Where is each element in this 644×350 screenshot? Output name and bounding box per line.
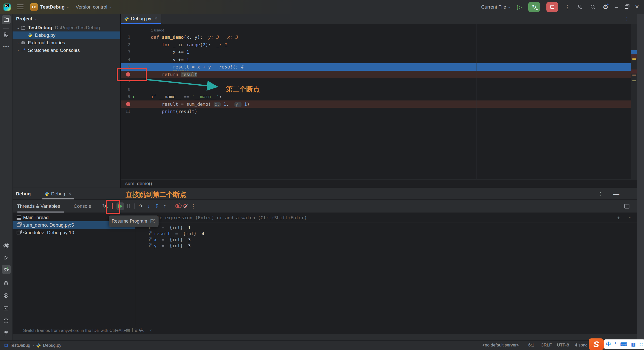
code-line-1[interactable]: 1def sum_demo(x, y): y: 3 x: 3 (121, 33, 631, 41)
code-line-5[interactable]: 5 result = x + y result: 4 (121, 63, 631, 71)
status-line-ending[interactable]: CRLF (541, 340, 552, 350)
python-console-tool-icon[interactable] (3, 293, 9, 298)
run-configuration-selector[interactable]: Current File ⌄ (481, 4, 511, 10)
pause-program-icon[interactable] (124, 204, 132, 208)
tab-threads-variables[interactable]: Threads & Variables (14, 203, 63, 209)
tree-item-testdebug[interactable]: ⌄TestDebugD:\Project\TestDebug (13, 24, 120, 31)
variable-row-y[interactable]: 1001y = {int} 3 (135, 242, 637, 249)
view-breakpoints-icon[interactable] (173, 203, 181, 209)
code-line-11[interactable]: 11 print(result) (121, 108, 631, 115)
ime-icon-0[interactable]: 中 (606, 341, 611, 347)
usage-hint[interactable]: 1 usage (151, 27, 631, 33)
status-file[interactable]: Debug.py (43, 343, 61, 348)
code-editor[interactable]: 1 usage1def sum_demo(x, y): y: 3 x: 32 f… (121, 24, 631, 179)
step-out-icon[interactable]: ↑ (161, 203, 169, 209)
mute-breakpoints-icon[interactable] (181, 203, 189, 209)
status-caret-position[interactable]: 6:1 (528, 340, 534, 350)
chevron-collapsed-icon[interactable]: › (16, 41, 21, 45)
python-packages-tool-icon[interactable] (3, 242, 9, 249)
run-button[interactable]: ▷ (517, 4, 522, 11)
debug-session-tab[interactable]: Debug ✕ (42, 188, 74, 199)
stripe-mark-warning (632, 58, 636, 60)
rerun-debug-button[interactable]: ↻ (528, 2, 540, 12)
annotation-arrow (121, 71, 226, 98)
chevron-down-icon[interactable]: ⌄ (629, 215, 631, 221)
ime-icon-1[interactable]: ❜ (615, 341, 616, 347)
window-restore-button[interactable] (625, 5, 628, 9)
more-tools-icon[interactable]: ••• (0, 44, 13, 49)
add-watch-icon[interactable]: + (617, 215, 620, 221)
python-file-icon (36, 343, 41, 348)
git-tool-icon[interactable] (3, 331, 9, 337)
evaluate-expression-input[interactable]: Evaluate expression (Enter) or add a wat… (135, 213, 637, 223)
code-line-10[interactable]: result = sum_demo( x: 1, y: 1) (121, 100, 631, 108)
ime-icon-2[interactable]: ⌨ (620, 341, 627, 347)
terminal-tool-icon[interactable] (3, 305, 9, 311)
ime-icon-3[interactable]: ▥ (631, 341, 636, 347)
code-line-3[interactable]: 3 x += 1 (121, 48, 631, 56)
chevron-expanded-icon[interactable]: ⌄ (16, 26, 21, 30)
add-user-icon[interactable] (577, 4, 583, 10)
search-icon[interactable] (590, 4, 596, 10)
token-txt: (x, y): (184, 34, 203, 40)
token-txt: = x + y (189, 64, 211, 69)
window-minimize-button[interactable]: – (615, 4, 618, 11)
hide-panel-icon[interactable]: — (613, 190, 619, 197)
sogou-logo-icon[interactable]: S (589, 338, 604, 350)
code-line-4[interactable]: 4 y += 1 (121, 56, 631, 63)
close-icon[interactable]: ✕ (68, 191, 71, 196)
code-line-2[interactable]: 2 for _ in range(2): _: 1 (121, 41, 631, 49)
tree-item-debug-py[interactable]: Debug.py (13, 31, 120, 39)
breakpoint-icon[interactable] (126, 102, 130, 106)
stack-frame-row[interactable]: <module>, Debug.py:10 (13, 229, 135, 236)
project-selector[interactable]: TD TestDebug ⌄ (30, 3, 69, 11)
editor-tab-debug-py[interactable]: Debug.py ✕ (121, 14, 161, 24)
tree-item-external-libraries[interactable]: ›External Libraries (13, 39, 120, 47)
debug-tool-icon[interactable] (3, 266, 9, 272)
stop-button[interactable] (546, 2, 558, 12)
structure-tool-icon[interactable] (3, 32, 9, 38)
left-tool-stripe: ••• (0, 14, 13, 340)
problems-tool-icon[interactable] (3, 318, 9, 324)
chevron-collapsed-icon[interactable]: › (16, 48, 21, 52)
more-actions-icon[interactable]: ⋮ (565, 4, 570, 10)
step-over-icon[interactable]: ↷ (137, 203, 145, 209)
token-kw: for (162, 42, 170, 47)
variable-row-x[interactable]: 1001x = {int} 3 (135, 236, 637, 242)
run-tool-icon[interactable] (3, 255, 9, 261)
status-server[interactable]: <no default server> (482, 340, 519, 350)
panel-divider[interactable] (135, 213, 135, 334)
editor-scroll-column[interactable] (631, 24, 637, 179)
var-eq: = (173, 231, 181, 236)
step-into-icon[interactable]: ↓ (145, 203, 153, 209)
close-icon[interactable]: ✕ (154, 16, 157, 21)
status-project[interactable]: TestDebug (10, 343, 30, 348)
variable-row-result[interactable]: 1001result = {int} 4 (135, 230, 637, 236)
settings-gear-icon[interactable]: ⚙ (603, 4, 608, 11)
chevron-down-icon[interactable]: ⌄ (34, 17, 37, 21)
token-txt: , (226, 101, 234, 107)
tree-item-label: Debug.py (35, 32, 55, 38)
token-num: 1 (186, 49, 189, 55)
variable-row-_[interactable]: 1001_ = {int} 1 (135, 224, 637, 230)
version-control-menu[interactable]: Version control ⌄ (76, 4, 112, 10)
window-close-button[interactable]: × (635, 3, 639, 11)
var-val: 3 (188, 243, 191, 248)
hint-close-icon[interactable]: × (150, 328, 152, 333)
main-menu-icon[interactable] (17, 5, 24, 9)
int-variable-icon: 1001 (149, 243, 152, 248)
services-tool-icon[interactable] (3, 280, 9, 286)
line-number: 11 (121, 108, 130, 115)
ime-icon-4[interactable]: ∷ (639, 341, 642, 347)
status-indent[interactable]: 4 spac (575, 340, 587, 350)
tab-console[interactable]: Console (71, 203, 94, 209)
status-encoding[interactable]: UTF-8 (557, 340, 569, 350)
breadcrumb[interactable]: sum_demo() (125, 181, 152, 186)
layout-settings-icon[interactable] (624, 204, 629, 208)
project-tool-icon[interactable] (3, 17, 9, 23)
more-options-icon[interactable]: ⋮ (598, 191, 603, 197)
more-icon[interactable]: ⋮ (189, 203, 197, 209)
tree-item-scratches-and-consoles[interactable]: ›Scratches and Consoles (13, 47, 120, 54)
var-eq: = (159, 225, 167, 230)
force-step-into-icon[interactable]: ↧ (153, 203, 161, 209)
